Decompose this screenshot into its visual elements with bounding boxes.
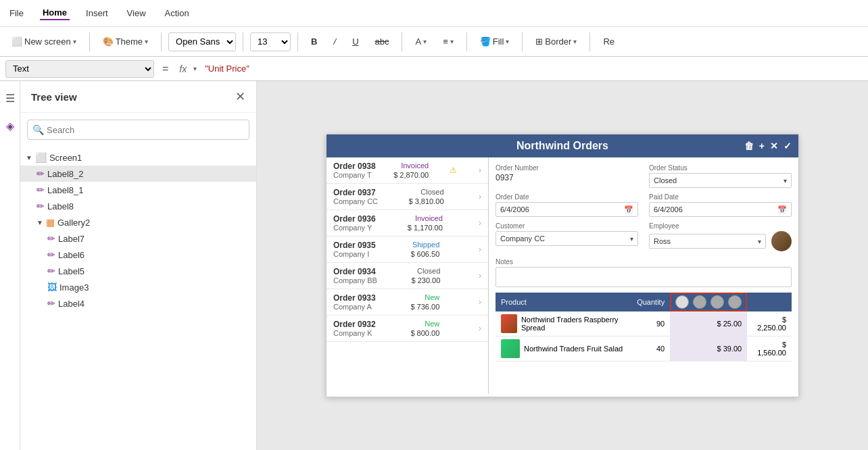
product-1-price: $ 25.00 bbox=[670, 311, 747, 336]
new-screen-label: New screen bbox=[24, 36, 71, 47]
reorder-button[interactable]: Re bbox=[597, 33, 621, 50]
bold-button[interactable]: B bbox=[305, 33, 323, 50]
paid-date-value: 6/4/2006 bbox=[654, 205, 683, 214]
italic-button[interactable]: / bbox=[328, 33, 343, 50]
product-1-quantity: 90 bbox=[631, 311, 670, 336]
menu-bar: File Home Insert View Action bbox=[0, 0, 868, 27]
new-screen-button[interactable]: ⬜ New screen ▾ bbox=[5, 33, 82, 50]
order-status-dropdown[interactable]: Closed ▾ bbox=[649, 173, 792, 188]
order-left-0932: Order 0932 Company K bbox=[333, 320, 376, 337]
font-size-select[interactable]: 13 bbox=[250, 32, 291, 51]
layers-icon[interactable]: ◈ bbox=[2, 116, 18, 136]
tree-label-label6: Label6 bbox=[58, 250, 85, 260]
order-right-0933: New $ 736.00 bbox=[410, 293, 439, 311]
order-list: Order 0938 Company T Invoiced $ 2,870.00… bbox=[327, 157, 489, 394]
arrow-icon-0935: › bbox=[479, 245, 481, 254]
tree-item-gallery2[interactable]: ▼ ▦ Gallery2 bbox=[20, 214, 256, 230]
tree-item-label4[interactable]: ✏ Label4 bbox=[20, 295, 256, 311]
notes-label: Notes bbox=[496, 258, 792, 266]
search-input[interactable] bbox=[27, 120, 249, 140]
employee-field: Employee Ross ▾ bbox=[649, 222, 792, 251]
tree-label-label8: Label8 bbox=[47, 201, 74, 211]
order-date-value: 6/4/2006 bbox=[500, 205, 529, 214]
align-button[interactable]: ≡ ▾ bbox=[437, 33, 460, 50]
order-status-0937: Closed bbox=[420, 188, 443, 196]
paid-date-input[interactable]: 6/4/2006 📅 bbox=[649, 202, 792, 217]
order-item-0932[interactable]: Order 0932 Company K New $ 800.00 › bbox=[327, 316, 488, 342]
tree-item-label8-1[interactable]: ✏ Label8_1 bbox=[20, 182, 256, 198]
menu-insert[interactable]: Insert bbox=[83, 7, 111, 20]
order-name-0933: Order 0933 bbox=[333, 293, 376, 303]
theme-icon: 🎨 bbox=[103, 36, 114, 47]
order-status-0932: New bbox=[425, 320, 439, 328]
border-button[interactable]: ⊞ Border ▾ bbox=[529, 33, 583, 50]
toolbar: ⬜ New screen ▾ 🎨 Theme ▾ Open Sans 13 B … bbox=[0, 27, 868, 57]
menu-view[interactable]: View bbox=[124, 7, 149, 20]
menu-home[interactable]: Home bbox=[40, 6, 70, 20]
theme-chevron-icon: ▾ bbox=[145, 38, 148, 45]
menu-file[interactable]: File bbox=[7, 7, 26, 20]
circle-4 bbox=[728, 295, 742, 309]
tree-close-button[interactable]: ✕ bbox=[235, 89, 245, 104]
trash-icon[interactable]: 🗑 bbox=[744, 141, 754, 151]
order-item-0935[interactable]: Order 0935 Company I Shipped $ 606.50 › bbox=[327, 236, 488, 263]
customer-dropdown[interactable]: Company CC ▾ bbox=[496, 231, 638, 246]
formula-selector[interactable]: Text bbox=[5, 60, 154, 78]
fill-button[interactable]: 🪣 Fill ▾ bbox=[474, 33, 516, 50]
order-item-0933[interactable]: Order 0933 Company A New $ 736.00 › bbox=[327, 289, 488, 316]
separator-3 bbox=[243, 32, 243, 51]
arrow-icon-0937: › bbox=[479, 192, 481, 201]
font-family-select[interactable]: Open Sans bbox=[168, 32, 236, 51]
product-col-header: Product bbox=[496, 293, 631, 311]
circle-1 bbox=[675, 295, 689, 309]
tree-item-label8[interactable]: ✏ Label8 bbox=[20, 198, 256, 214]
order-item-0936[interactable]: Order 0936 Company Y Invoiced $ 1,170.00… bbox=[327, 210, 488, 236]
menu-action[interactable]: Action bbox=[162, 7, 192, 20]
order-company-0938: Company T bbox=[333, 171, 376, 179]
customer-label: Customer bbox=[496, 222, 638, 230]
employee-avatar bbox=[771, 231, 792, 251]
employee-dropdown[interactable]: Ross ▾ bbox=[649, 234, 766, 249]
notes-section: Notes bbox=[496, 258, 792, 287]
label-icon-label6: ✏ bbox=[47, 249, 55, 260]
label-icon-label8: ✏ bbox=[37, 201, 45, 211]
hamburger-icon[interactable]: ☰ bbox=[1, 88, 19, 109]
order-item-0934[interactable]: Order 0934 Company BB Closed $ 230.00 › bbox=[327, 263, 488, 289]
border-icon: ⊞ bbox=[535, 36, 543, 47]
customer-chevron-icon: ▾ bbox=[630, 235, 633, 243]
tree-header: Tree view ✕ bbox=[20, 81, 256, 113]
add-icon[interactable]: + bbox=[759, 141, 765, 151]
tree-item-image3[interactable]: 🖼 Image3 bbox=[20, 279, 256, 295]
order-item-0937[interactable]: Order 0937 Company CC Closed $ 3,810.00 … bbox=[327, 184, 488, 210]
font-color-button[interactable]: A ▾ bbox=[409, 33, 433, 50]
order-item-0938[interactable]: Order 0938 Company T Invoiced $ 2,870.00… bbox=[327, 157, 488, 184]
tree-label-label5: Label5 bbox=[58, 266, 85, 276]
fill-chevron-icon: ▾ bbox=[506, 38, 509, 45]
underline-button[interactable]: U bbox=[346, 33, 364, 50]
theme-button[interactable]: 🎨 Theme ▾ bbox=[97, 33, 154, 50]
tree-item-label5[interactable]: ✏ Label5 bbox=[20, 263, 256, 279]
product-2-image bbox=[501, 339, 520, 358]
separator-2 bbox=[161, 32, 162, 51]
order-date-input[interactable]: 6/4/2006 📅 bbox=[496, 202, 638, 217]
notes-input[interactable] bbox=[496, 267, 792, 287]
tree-item-label7[interactable]: ✏ Label7 bbox=[20, 230, 256, 247]
tree-label-label8-2: Label8_2 bbox=[47, 169, 84, 179]
header-check-icon[interactable]: ✓ bbox=[783, 141, 792, 151]
search-box: 🔍 bbox=[27, 120, 249, 140]
font-color-label: A bbox=[415, 36, 421, 47]
tree-arrow-gallery2: ▼ bbox=[37, 219, 43, 226]
order-status-0938: Invoiced bbox=[401, 161, 429, 170]
tree-item-label8-2[interactable]: ✏ Label8_2 bbox=[20, 166, 256, 182]
strikethrough-button[interactable]: abc bbox=[369, 33, 395, 50]
unit-price-circles bbox=[675, 295, 742, 309]
order-company-0936: Company Y bbox=[333, 224, 376, 232]
order-right-0935: Shipped $ 606.50 bbox=[410, 241, 439, 258]
header-close-icon[interactable]: ✕ bbox=[770, 141, 778, 151]
order-number-value: 0937 bbox=[496, 173, 638, 182]
tree-item-screen1[interactable]: ▼ ⬜ Screen1 bbox=[20, 149, 256, 166]
border-chevron-icon: ▾ bbox=[573, 38, 577, 45]
new-screen-chevron-icon: ▾ bbox=[73, 38, 76, 45]
tree-item-label6[interactable]: ✏ Label6 bbox=[20, 247, 256, 263]
order-number-label: Order Number bbox=[496, 164, 638, 172]
